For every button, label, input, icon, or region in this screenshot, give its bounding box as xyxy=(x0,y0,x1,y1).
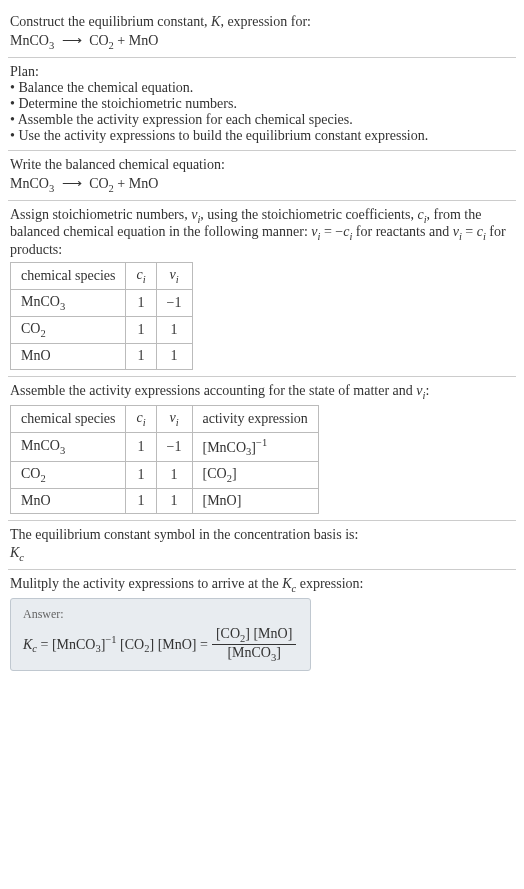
plan-item: • Use the activity expressions to build … xyxy=(10,128,514,144)
header-equation: MnCO3 ⟶ CO2 + MnO xyxy=(10,32,514,51)
balanced-title: Write the balanced chemical equation: xyxy=(10,157,514,173)
balanced-equation: MnCO3 ⟶ CO2 + MnO xyxy=(10,175,514,194)
answer-fraction: [CO2] [MnO] [MnCO3] xyxy=(212,626,296,663)
answer-box: Answer: Kc = [MnCO3]−1 [CO2] [MnO] = [CO… xyxy=(10,598,311,672)
answer-formula: Kc = [MnCO3]−1 [CO2] [MnO] = [CO2] [MnO]… xyxy=(23,626,298,663)
multiply-section: Mulitply the activity expressions to arr… xyxy=(8,570,516,677)
table-header-row: chemical species ci νi activity expressi… xyxy=(11,406,319,433)
col-activity: activity expression xyxy=(192,406,318,433)
activity-text: Assemble the activity expressions accoun… xyxy=(10,383,514,401)
plan-title: Plan: xyxy=(10,64,514,80)
stoich-section: Assign stoichiometric numbers, νi, using… xyxy=(8,201,516,378)
balanced-section: Write the balanced chemical equation: Mn… xyxy=(8,151,516,201)
activity-table: chemical species ci νi activity expressi… xyxy=(10,405,319,514)
symbol-section: The equilibrium constant symbol in the c… xyxy=(8,521,516,570)
table-row: MnCO3 1 −1 [MnCO3]−1 xyxy=(11,432,319,461)
symbol-kc: Kc xyxy=(10,545,514,563)
stoich-text: Assign stoichiometric numbers, νi, using… xyxy=(10,207,514,259)
header-section: Construct the equilibrium constant, K, e… xyxy=(8,8,516,58)
activity-section: Assemble the activity expressions accoun… xyxy=(8,377,516,521)
table-row: CO2 1 1 xyxy=(11,316,193,343)
table-header-row: chemical species ci νi xyxy=(11,263,193,290)
stoich-table: chemical species ci νi MnCO3 1 −1 CO2 1 … xyxy=(10,262,193,370)
symbol-text: The equilibrium constant symbol in the c… xyxy=(10,527,514,543)
col-nui: νi xyxy=(156,406,192,433)
plan-item: • Balance the chemical equation. xyxy=(10,80,514,96)
table-row: MnO 1 1 [MnO] xyxy=(11,489,319,514)
col-ci: ci xyxy=(126,263,156,290)
title: Construct the equilibrium constant, K, e… xyxy=(10,14,514,30)
multiply-text: Mulitply the activity expressions to arr… xyxy=(10,576,514,594)
plan-item: • Assemble the activity expression for e… xyxy=(10,112,514,128)
table-row: MnCO3 1 −1 xyxy=(11,289,193,316)
table-row: CO2 1 1 [CO2] xyxy=(11,462,319,489)
plan-item: • Determine the stoichiometric numbers. xyxy=(10,96,514,112)
col-ci: ci xyxy=(126,406,156,433)
col-species: chemical species xyxy=(11,263,126,290)
col-species: chemical species xyxy=(11,406,126,433)
plan-section: Plan: • Balance the chemical equation. •… xyxy=(8,58,516,151)
table-row: MnO 1 1 xyxy=(11,343,193,370)
col-nui: νi xyxy=(156,263,192,290)
answer-label: Answer: xyxy=(23,607,298,622)
